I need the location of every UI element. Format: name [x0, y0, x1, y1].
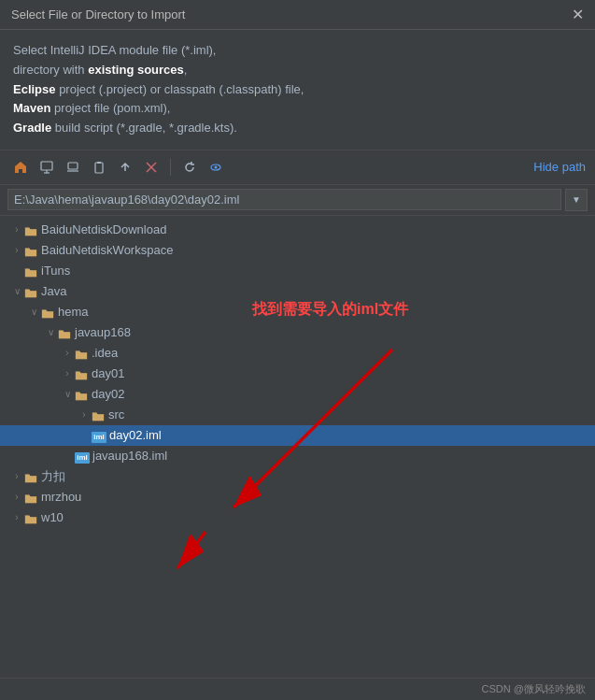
- tree-arrow-day02: ∨: [60, 389, 75, 399]
- delete-button[interactable]: [140, 156, 163, 179]
- desc-line4: Maven project file (pom.xml),: [13, 99, 582, 119]
- folder-icon-java: [24, 284, 37, 299]
- tree-label-day02: day02: [92, 387, 124, 401]
- tree-item-day01[interactable]: ›day01: [0, 364, 595, 384]
- desktop-button[interactable]: [35, 156, 58, 179]
- folder-icon-day01: [75, 366, 88, 381]
- description-section: Select IntelliJ IDEA module file (*.iml)…: [0, 30, 595, 150]
- refresh-button[interactable]: [178, 156, 201, 179]
- home-button[interactable]: [9, 156, 32, 179]
- folder-icon-baidu2: [24, 243, 37, 258]
- tree-label-javaup168: javaup168: [75, 325, 131, 339]
- tree-label-day01: day01: [92, 366, 124, 380]
- tree-arrow-mrzhou: ›: [9, 492, 24, 502]
- tree-label-idea: .idea: [92, 346, 118, 360]
- tree-item-itunes[interactable]: iTuns: [0, 261, 595, 281]
- tree-label-w10: w10: [41, 510, 64, 524]
- tree-label-mrzhou: mrzhou: [41, 490, 81, 504]
- svg-rect-3: [68, 163, 78, 169]
- tree-arrow-hema: ∨: [26, 307, 41, 317]
- file-tree: ›BaiduNetdiskDownload›BaiduNetdiskWorksp…: [0, 216, 595, 532]
- folder-icon-liko: [24, 469, 37, 484]
- tree-item-w10[interactable]: ›w10: [0, 507, 595, 528]
- tree-label-itunes: iTuns: [41, 264, 70, 278]
- path-input[interactable]: [7, 189, 561, 210]
- file-tree-wrapper: ›BaiduNetdiskDownload›BaiduNetdiskWorksp…: [0, 216, 595, 678]
- bottom-bar-text: CSDN @微风轻吟挽歌: [482, 682, 586, 696]
- tree-item-hema[interactable]: ∨hema: [0, 302, 595, 322]
- tree-item-idea[interactable]: ›.idea: [0, 343, 595, 364]
- svg-rect-0: [41, 162, 52, 170]
- tree-arrow-javaup168: ∨: [43, 327, 58, 337]
- dialog: Select File or Directory to Import ✕ Sel…: [0, 0, 595, 700]
- tree-arrow-idea: ›: [60, 348, 75, 358]
- desc-line1: Select IntelliJ IDEA module file (*.iml)…: [13, 41, 582, 61]
- toolbar: Hide path: [0, 150, 595, 185]
- toolbar-separator: [170, 159, 171, 176]
- svg-rect-5: [97, 162, 101, 164]
- tree-item-mrzhou[interactable]: ›mrzhou: [0, 487, 595, 507]
- folder-icon-src: [92, 407, 105, 422]
- clipboard-button[interactable]: [88, 156, 110, 179]
- eye-button[interactable]: [205, 156, 227, 179]
- iml-icon-day02iml: iml: [92, 428, 109, 443]
- tree-item-java[interactable]: ∨Java: [0, 281, 595, 302]
- folder-icon-hema: [41, 305, 54, 320]
- desc-existing-sources: existing sources: [88, 63, 184, 77]
- tree-label-hema: hema: [58, 305, 89, 319]
- tree-item-liko[interactable]: ›力扣: [0, 466, 595, 487]
- folder-icon-day02: [75, 387, 88, 402]
- folder-icon-itunes: [24, 264, 37, 279]
- tree-item-baidu1[interactable]: ›BaiduNetdiskDownload: [0, 220, 595, 240]
- tree-label-baidu2: BaiduNetdiskWorkspace: [41, 243, 173, 257]
- desc-line5: Gradle build script (*.gradle, *.gradle.…: [13, 119, 582, 138]
- folder-icon-idea: [75, 346, 88, 361]
- tree-arrow-liko: ›: [9, 471, 24, 481]
- tree-item-day02[interactable]: ∨day02: [0, 384, 595, 405]
- tree-item-javaup168iml[interactable]: imljavaup168.iml: [0, 446, 595, 466]
- dialog-title: Select File or Directory to Import: [11, 7, 185, 21]
- tree-arrow-src: ›: [77, 409, 92, 420]
- tree-item-src[interactable]: ›src: [0, 405, 595, 425]
- title-bar: Select File or Directory to Import ✕: [0, 0, 595, 30]
- close-button[interactable]: ✕: [572, 6, 584, 23]
- desc-line3: Eclipse project (.project) or classpath …: [13, 80, 582, 100]
- desc-line2: directory with existing sources,: [13, 61, 582, 80]
- tree-arrow-day01: ›: [60, 368, 75, 379]
- tree-label-day02iml: day02.iml: [109, 428, 162, 442]
- tree-arrow-java: ∨: [9, 286, 24, 296]
- tree-item-baidu2[interactable]: ›BaiduNetdiskWorkspace: [0, 240, 595, 261]
- path-dropdown-button[interactable]: ▼: [565, 189, 588, 211]
- tree-arrow-baidu2: ›: [9, 245, 24, 255]
- tree-item-day02iml[interactable]: imlday02.iml: [0, 425, 595, 446]
- up-button[interactable]: [114, 156, 136, 179]
- tree-label-javaup168iml: javaup168.iml: [92, 449, 167, 463]
- folder-icon-mrzhou: [24, 490, 37, 505]
- tree-label-java: Java: [41, 284, 66, 298]
- laptop-button[interactable]: [62, 156, 84, 179]
- tree-label-src: src: [108, 407, 124, 421]
- tree-label-liko: 力扣: [41, 468, 65, 485]
- tree-item-javaup168[interactable]: ∨javaup168: [0, 322, 595, 343]
- svg-point-9: [215, 165, 218, 168]
- hide-path-link[interactable]: Hide path: [533, 160, 586, 174]
- iml-icon-javaup168iml: iml: [75, 449, 92, 464]
- tree-label-baidu1: BaiduNetdiskDownload: [41, 222, 166, 236]
- tree-arrow-baidu1: ›: [9, 224, 24, 235]
- svg-line-12: [177, 532, 205, 568]
- path-bar: ▼: [0, 185, 595, 216]
- tree-arrow-w10: ›: [9, 512, 24, 522]
- bottom-bar: CSDN @微风轻吟挽歌: [0, 678, 595, 700]
- folder-icon-javaup168: [58, 325, 71, 340]
- svg-rect-4: [95, 163, 103, 173]
- desc-maven: Maven: [13, 101, 50, 115]
- folder-icon-w10: [24, 510, 37, 525]
- desc-eclipse: Eclipse: [13, 82, 56, 96]
- folder-icon-baidu1: [24, 222, 37, 237]
- desc-gradle: Gradle: [13, 121, 51, 135]
